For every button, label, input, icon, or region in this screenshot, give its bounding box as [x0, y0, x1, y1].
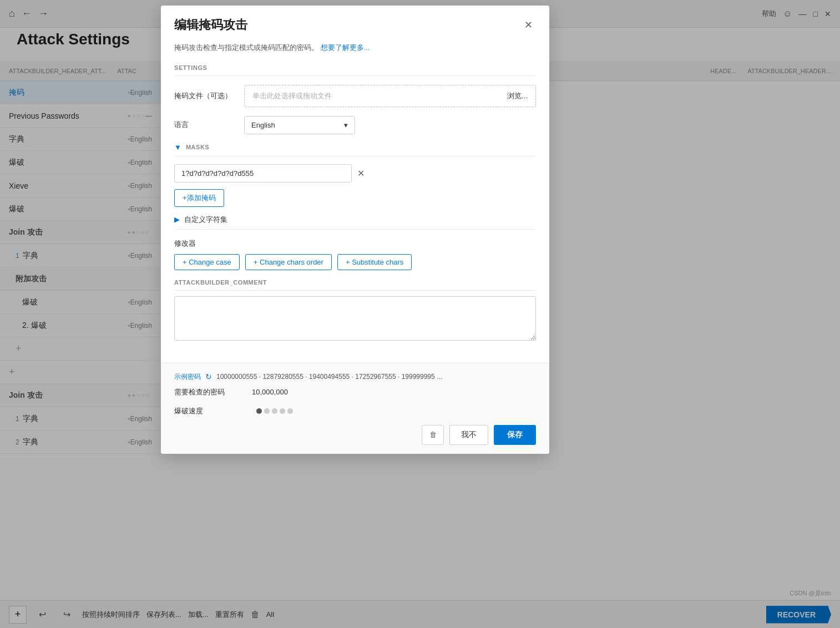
file-label: 掩码文件（可选）: [174, 91, 235, 101]
refresh-icon[interactable]: ↻: [205, 372, 212, 381]
language-select[interactable]: English ▾: [244, 116, 355, 134]
language-value: English: [251, 121, 275, 129]
charset-toggle-icon[interactable]: ▶: [174, 215, 180, 224]
modal-description: 掩码攻击检查与指定模式或掩码匹配的密码。 想要了解更多...: [174, 42, 536, 53]
speed-dot-5: [287, 408, 293, 414]
speed-dot-2: [264, 408, 270, 414]
sample-passwords-row: 示例密码 ↻ 10000000555 · 12879280555 · 19400…: [174, 372, 536, 382]
modifier-label: 修改器: [174, 239, 536, 249]
passwords-count-row: 需要检查的密码 10,000,000: [174, 387, 536, 397]
dropdown-chevron-icon: ▾: [344, 121, 348, 129]
settings-section-title: SETTINGS: [174, 64, 536, 76]
speed-dot-4: [280, 408, 285, 414]
language-row: 语言 English ▾: [174, 116, 536, 134]
modal-dialog: 编辑掩码攻击 ✕ 掩码攻击检查与指定模式或掩码匹配的密码。 想要了解更多... …: [161, 6, 549, 454]
comment-textarea[interactable]: [174, 296, 536, 341]
delete-button[interactable]: 🗑: [422, 425, 444, 445]
delete-icon: 🗑: [429, 431, 437, 439]
language-label: 语言: [174, 120, 235, 130]
add-mask-button[interactable]: +添加掩码: [174, 189, 224, 207]
speed-label: 爆破速度: [174, 406, 252, 416]
modal-body: 掩码攻击检查与指定模式或掩码匹配的密码。 想要了解更多... SETTINGS …: [161, 42, 549, 363]
speed-row: 爆破速度: [174, 406, 536, 416]
file-placeholder: 单击此处选择或拖动文件: [252, 91, 332, 101]
speed-dot-1: [256, 408, 262, 414]
substitute-chars-button[interactable]: + Substitute chars: [337, 254, 412, 270]
speed-dot-3: [272, 408, 277, 414]
sample-values: 10000000555 · 12879280555 · 19400494555 …: [216, 373, 442, 381]
footer-buttons: 🗑 我不 保存: [174, 425, 536, 445]
file-drop-area[interactable]: 单击此处选择或拖动文件 浏览...: [244, 85, 536, 107]
masks-toggle-icon[interactable]: ▼: [174, 143, 181, 151]
passwords-value: 10,000,000: [252, 388, 288, 396]
sample-label[interactable]: 示例密码: [174, 372, 201, 382]
modal-footer: 示例密码 ↻ 10000000555 · 12879280555 · 19400…: [161, 363, 549, 454]
browse-button[interactable]: 浏览...: [507, 91, 528, 101]
file-input-row: 掩码文件（可选） 单击此处选择或拖动文件 浏览...: [174, 85, 536, 107]
save-button[interactable]: 保存: [494, 425, 536, 445]
modal-title: 编辑掩码攻击: [174, 17, 247, 33]
modal-header: 编辑掩码攻击 ✕: [161, 6, 549, 42]
change-chars-order-button[interactable]: + Change chars order: [245, 254, 332, 270]
mask-input[interactable]: [174, 164, 352, 183]
modal-close-button[interactable]: ✕: [520, 17, 536, 33]
charset-label: 自定义字符集: [184, 215, 227, 225]
charset-row: ▶ 自定义字符集: [174, 215, 536, 230]
change-case-button[interactable]: + Change case: [174, 254, 240, 270]
learn-more-link[interactable]: 想要了解更多...: [321, 43, 370, 52]
comment-section-title: ATTACKBUILDER_COMMENT: [174, 279, 536, 291]
masks-title: MASKS: [186, 144, 209, 150]
mask-input-row: ✕: [174, 164, 536, 183]
modal-overlay[interactable]: 编辑掩码攻击 ✕ 掩码攻击检查与指定模式或掩码匹配的密码。 想要了解更多... …: [0, 0, 840, 628]
passwords-label: 需要检查的密码: [174, 387, 252, 397]
cancel-button[interactable]: 我不: [449, 425, 488, 445]
speed-indicator: [256, 408, 293, 414]
masks-header: ▼ MASKS: [174, 143, 536, 156]
modifier-buttons: + Change case + Change chars order + Sub…: [174, 254, 536, 270]
mask-clear-icon[interactable]: ✕: [357, 168, 365, 179]
